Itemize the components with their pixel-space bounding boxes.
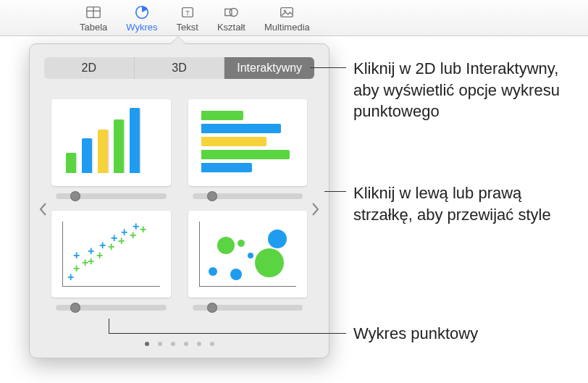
- svg-point-7: [230, 9, 238, 17]
- bubble-chart-style[interactable]: [188, 211, 308, 298]
- style-slider[interactable]: [56, 193, 167, 199]
- page-dot[interactable]: [171, 342, 175, 346]
- toolbar-label: Tabela: [80, 22, 107, 33]
- toolbar-item-table[interactable]: Tabela: [80, 4, 107, 34]
- page-dot[interactable]: [184, 342, 188, 346]
- text-icon: T: [180, 4, 196, 20]
- page-indicator: [30, 342, 329, 346]
- tab-interactive[interactable]: Interaktywny: [224, 57, 314, 79]
- page-dot[interactable]: [145, 342, 149, 346]
- callout-text-3: Wykres punktowy: [353, 323, 585, 345]
- media-icon: [279, 4, 295, 20]
- svg-text:T: T: [185, 9, 190, 17]
- toolbar-label: Kształt: [217, 22, 245, 33]
- column-chart-style[interactable]: [51, 99, 171, 186]
- callout-line: [109, 333, 346, 334]
- tab-2d[interactable]: 2D: [44, 57, 135, 79]
- style-slider[interactable]: [56, 305, 167, 311]
- tab-3d[interactable]: 3D: [135, 57, 225, 79]
- chart-style-pane: + + + + + + + + + + + + + + +: [30, 86, 329, 311]
- toolbar-item-shape[interactable]: Kształt: [217, 4, 245, 34]
- toolbar: Tabela Wykres T Tekst Kształt Multimedia: [0, 0, 588, 36]
- toolbar-item-media[interactable]: Multimedia: [264, 4, 310, 34]
- svg-point-9: [284, 10, 286, 12]
- toolbar-item-text[interactable]: T Tekst: [177, 4, 198, 34]
- toolbar-item-chart[interactable]: Wykres: [126, 4, 157, 34]
- callout-text-2: Kliknij w lewą lub prawą strzałkę, aby p…: [353, 182, 585, 225]
- toolbar-label: Wykres: [126, 22, 157, 33]
- chart-popover: 2D 3D Interaktywny: [29, 43, 329, 358]
- callout-line: [310, 67, 346, 68]
- next-page-arrow[interactable]: [306, 195, 326, 224]
- page-dot[interactable]: [158, 342, 162, 346]
- toolbar-label: Tekst: [177, 22, 198, 33]
- callout-line: [324, 191, 346, 192]
- svg-rect-8: [281, 8, 293, 17]
- style-slider[interactable]: [193, 193, 303, 199]
- scatter-chart-style[interactable]: + + + + + + + + + + + + + + +: [51, 211, 171, 298]
- page-dot[interactable]: [210, 342, 214, 346]
- bar-chart-style[interactable]: [188, 99, 308, 186]
- chart-grid: + + + + + + + + + + + + + + +: [51, 99, 307, 311]
- style-slider[interactable]: [193, 305, 303, 311]
- page-dot[interactable]: [197, 342, 201, 346]
- prev-page-arrow[interactable]: [33, 195, 53, 224]
- toolbar-label: Multimedia: [264, 22, 310, 33]
- table-icon: [85, 4, 101, 20]
- callout-text-1: Kliknij w 2D lub Interaktywny, aby wyświ…: [353, 58, 585, 122]
- shape-icon: [223, 4, 239, 20]
- chart-type-segmented-control: 2D 3D Interaktywny: [44, 57, 314, 79]
- callout-line: [109, 319, 109, 333]
- pie-chart-icon: [134, 4, 150, 20]
